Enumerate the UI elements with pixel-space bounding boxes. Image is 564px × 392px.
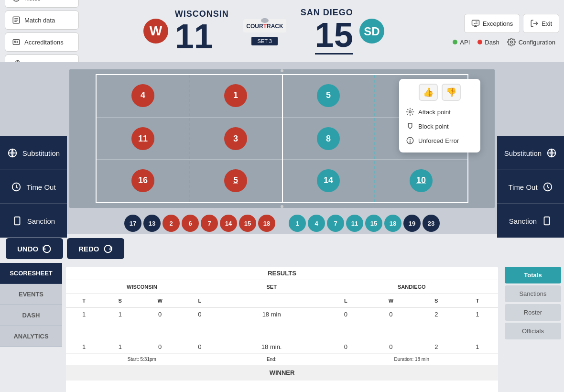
bench-7-right[interactable]: 7 xyxy=(327,215,344,232)
timeout-icon-right xyxy=(542,182,553,192)
events-tab[interactable]: EVENTS xyxy=(0,284,62,305)
r1-rt: 1 xyxy=(457,308,498,321)
col-l-right: L xyxy=(325,294,367,308)
match-data-button[interactable]: Match data xyxy=(5,11,79,30)
results-details-row: Start: 5:31pm End: Duration: 18 min xyxy=(66,353,498,365)
bench-19[interactable]: 19 xyxy=(403,215,421,232)
player-14[interactable]: 14 xyxy=(317,169,340,192)
bench-2[interactable]: 2 xyxy=(163,215,180,232)
right-substitution-button[interactable]: Substitution xyxy=(497,136,564,170)
player-5-left[interactable]: 5 xyxy=(224,169,247,192)
set-col-header xyxy=(218,294,325,308)
col-t-left: T xyxy=(66,294,102,308)
officials-tab[interactable]: Officials xyxy=(505,323,561,339)
player-1[interactable]: 1 xyxy=(224,84,247,107)
redo-icon xyxy=(103,244,113,253)
col-w-right: W xyxy=(366,294,415,308)
bench-23[interactable]: 23 xyxy=(423,215,440,232)
analytics-tab[interactable]: ANALYTICS xyxy=(0,326,62,347)
r2-set: 18 min. xyxy=(218,340,325,354)
dash-status: Dash xyxy=(477,39,499,46)
duration: Duration: 18 min xyxy=(325,353,498,365)
unforced-error-item[interactable]: Unforced Error xyxy=(404,133,476,148)
bottom-right-tabs: Totals Sanctions Roster Officials xyxy=(502,263,564,392)
bench-17[interactable]: 17 xyxy=(124,215,141,232)
player-10[interactable]: 10 xyxy=(410,169,433,192)
player-4[interactable]: 4 xyxy=(131,84,154,107)
player-bench-row: 17 13 2 6 7 14 15 18 1 4 7 11 15 18 19 2… xyxy=(69,215,495,232)
player-3[interactable]: 3 xyxy=(224,127,247,150)
exceptions-button[interactable]: Exceptions xyxy=(464,14,521,33)
block-point-icon xyxy=(406,122,414,131)
undo-icon xyxy=(42,244,52,253)
accreditations-icon xyxy=(12,38,21,46)
notes-button[interactable]: Notes xyxy=(5,0,79,8)
unforced-error-icon xyxy=(406,136,414,145)
bottom-section: SCORESHEET EVENTS DASH ANALYTICS RESULTS… xyxy=(0,263,564,392)
roster-tab[interactable]: Roster xyxy=(505,304,561,321)
right-timeout-button[interactable]: Time Out xyxy=(497,170,564,204)
player-11[interactable]: 11 xyxy=(131,127,154,150)
wisconsin-score: 11 xyxy=(175,19,229,54)
results-row-spacer xyxy=(66,321,498,340)
status-row: API Dash Configuration xyxy=(449,36,559,48)
totals-tab[interactable]: Totals xyxy=(505,267,561,283)
bench-4[interactable]: 4 xyxy=(308,215,325,232)
bench-18-left[interactable]: 18 xyxy=(258,215,275,232)
bench-15-right[interactable]: 15 xyxy=(365,215,382,232)
team-left: W WISCONSIN 11 xyxy=(143,9,229,54)
attack-line-right xyxy=(374,75,375,202)
top-right-buttons: Exceptions Exit xyxy=(464,14,559,33)
row-div-2 xyxy=(97,159,282,160)
start-time: Start: 5:31pm xyxy=(66,353,218,365)
right-sanction-button[interactable]: Sanction xyxy=(497,204,564,238)
svg-rect-7 xyxy=(13,40,20,45)
exit-button[interactable]: Exit xyxy=(523,14,559,33)
accreditations-button[interactable]: Accreditations xyxy=(5,33,79,52)
net-dot-bottom xyxy=(281,205,283,208)
bench-1[interactable]: 1 xyxy=(289,215,306,232)
exit-icon xyxy=(530,19,539,28)
configuration-button[interactable]: Configuration xyxy=(507,38,555,46)
bench-7[interactable]: 7 xyxy=(201,215,218,232)
r1-rl: 0 xyxy=(325,308,367,321)
substitution-icon-right xyxy=(546,148,557,158)
matchdata-icon xyxy=(12,16,21,24)
set-header: SET xyxy=(218,280,325,294)
bench-15-left[interactable]: 15 xyxy=(239,215,256,232)
r1-lt: 1 xyxy=(66,308,102,321)
undo-button[interactable]: UNDO xyxy=(6,238,63,259)
player-16[interactable]: 16 xyxy=(131,169,154,192)
r2-lw: 0 xyxy=(138,340,182,354)
bench-13[interactable]: 13 xyxy=(143,215,161,232)
results-table-container: RESULTS WISCONSIN SET SANDIEGO T S W L L… xyxy=(66,267,498,392)
score-underline xyxy=(315,53,353,54)
left-substitution-button[interactable]: Substitution xyxy=(0,136,67,170)
dash-tab[interactable]: DASH xyxy=(0,305,62,326)
bench-6[interactable]: 6 xyxy=(182,215,199,232)
redo-button[interactable]: REDO xyxy=(67,238,124,259)
bench-14[interactable]: 14 xyxy=(220,215,237,232)
left-sanction-button[interactable]: Sanction xyxy=(0,204,67,238)
svg-text:SD: SD xyxy=(364,25,380,38)
col-w-left: W xyxy=(138,294,182,308)
scoresheet-tab[interactable]: SCORESHEET xyxy=(0,263,62,284)
timeout-icon-left xyxy=(11,182,22,192)
center-line xyxy=(282,75,283,202)
thumbs-down-button[interactable]: 👎 xyxy=(442,84,461,101)
left-timeout-button[interactable]: Time Out xyxy=(0,170,67,204)
court-field: 4 11 16 1 3 5 5 8 14 3 9 10 xyxy=(69,69,495,208)
sanctions-tab[interactable]: Sanctions xyxy=(505,285,561,302)
bench-11[interactable]: 11 xyxy=(346,215,363,232)
player-8[interactable]: 8 xyxy=(317,127,340,150)
r2-lt: 1 xyxy=(66,340,102,354)
r1-ll: 0 xyxy=(182,308,218,321)
r2-rt: 1 xyxy=(457,340,498,354)
bench-18-right[interactable]: 18 xyxy=(384,215,401,232)
wisconsin-header: WISCONSIN xyxy=(66,280,218,294)
player-5-right[interactable]: 5 xyxy=(317,84,340,107)
svg-point-13 xyxy=(261,18,269,23)
thumbs-up-button[interactable]: 👍 xyxy=(419,84,438,101)
attack-point-item[interactable]: Attack point xyxy=(404,105,476,119)
block-point-item[interactable]: Block point xyxy=(404,119,476,133)
